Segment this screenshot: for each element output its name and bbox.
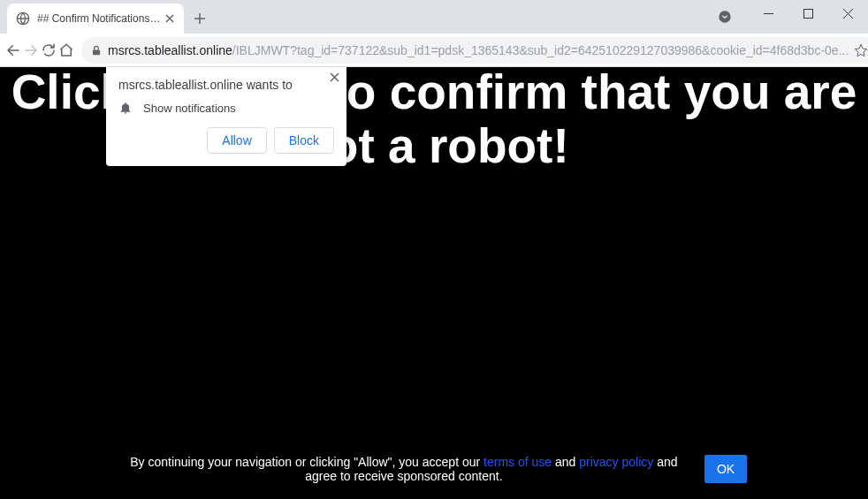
close-tab-icon[interactable] — [163, 11, 177, 26]
back-button[interactable] — [5, 36, 21, 64]
minimize-button[interactable] — [749, 0, 788, 26]
permission-row: Show notifications — [118, 101, 334, 115]
privacy-link[interactable]: privacy policy — [579, 455, 653, 469]
reload-button[interactable] — [41, 36, 57, 64]
svg-point-1 — [719, 11, 730, 22]
maximize-button[interactable] — [788, 0, 828, 26]
forward-button — [23, 36, 39, 64]
browser-title-bar: ## Confirm Notifications ## — [0, 0, 868, 34]
home-button[interactable] — [58, 36, 74, 64]
ok-button[interactable]: OK — [704, 455, 747, 483]
permission-origin-text: msrcs.tableallist.online wants to — [118, 78, 334, 92]
new-tab-button[interactable] — [187, 6, 212, 31]
browser-tab[interactable]: ## Confirm Notifications ## — [7, 4, 184, 34]
browser-toolbar: msrcs.tableallist.online/IBLJMWT?tag_id=… — [0, 34, 868, 67]
bookmark-star-icon[interactable] — [854, 43, 868, 57]
tab-title: ## Confirm Notifications ## — [37, 12, 163, 25]
page-content: Click "Allow" to confirm that you are no… — [0, 67, 868, 499]
notification-permission-prompt: msrcs.tableallist.online wants to Show n… — [106, 67, 346, 166]
consent-text: By continuing your navigation or clickin… — [121, 455, 687, 483]
consent-bar: By continuing your navigation or clickin… — [0, 455, 868, 483]
globe-icon — [16, 11, 30, 26]
window-controls — [749, 0, 868, 26]
svg-rect-2 — [804, 9, 813, 18]
account-indicator-icon[interactable] — [714, 6, 735, 27]
allow-button[interactable]: Allow — [207, 127, 266, 154]
terms-link[interactable]: terms of use — [483, 455, 552, 469]
close-icon[interactable] — [330, 72, 339, 82]
close-window-button[interactable] — [828, 0, 868, 26]
url-text: msrcs.tableallist.online/IBLJMWT?tag_id=… — [108, 43, 849, 57]
permission-label: Show notifications — [143, 102, 236, 115]
bell-icon — [118, 101, 133, 115]
address-bar[interactable]: msrcs.tableallist.online/IBLJMWT?tag_id=… — [81, 37, 868, 64]
svg-rect-3 — [93, 49, 100, 55]
block-button[interactable]: Block — [274, 127, 334, 154]
lock-icon[interactable] — [90, 44, 103, 57]
